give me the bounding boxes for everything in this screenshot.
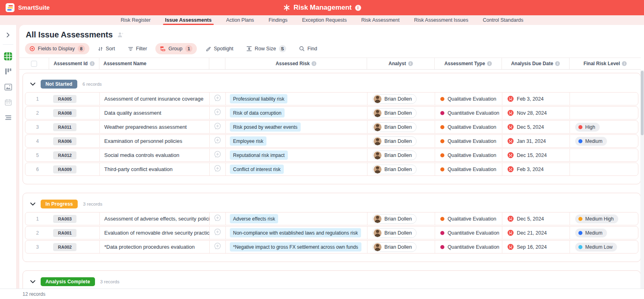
cell-assessment-id[interactable]: RA005 xyxy=(50,93,100,105)
group-button[interactable]: Group 1 xyxy=(155,43,197,54)
cell-final-risk-level[interactable] xyxy=(570,149,638,161)
cell-final-risk-level[interactable]: Medium xyxy=(570,135,638,147)
cell-analyst[interactable]: Brian Dollen xyxy=(367,163,435,175)
fields-to-display-button[interactable]: Fields to Display 8 xyxy=(25,43,89,54)
cell-analysis-due-date[interactable]: Sep 16, 2024 xyxy=(502,241,570,253)
cell-assessed-risk[interactable]: Non-compliance with established laws and… xyxy=(226,227,367,239)
cell-final-risk-level[interactable]: High xyxy=(570,121,638,133)
cell-analysis-due-date[interactable]: Feb 3, 2024 xyxy=(502,163,570,175)
cell-analyst[interactable]: Brian Dollen xyxy=(367,135,435,147)
table-row[interactable]: 2RA008Data quality assessmentRisk of dat… xyxy=(25,106,638,120)
cell-assessment-name[interactable]: Social media controls evaluation xyxy=(100,149,210,161)
open-record-button[interactable] xyxy=(214,242,221,252)
column-header-expand[interactable] xyxy=(209,58,225,69)
find-button[interactable]: Find xyxy=(295,44,322,54)
column-header-analysis-due-date[interactable]: Analysis Due Datei xyxy=(502,58,570,69)
kanban-view-icon[interactable] xyxy=(3,67,13,76)
select-all-checkbox[interactable] xyxy=(31,61,37,67)
cell-analysis-due-date[interactable]: Nov 28, 2024 xyxy=(502,107,570,119)
table-row[interactable]: 1RA005Assessment of current insurance co… xyxy=(25,92,638,105)
cell-assessment-name[interactable]: Third-party conflict evaluation xyxy=(100,163,210,175)
cell-assessment-name[interactable]: Evaluation of removable drive security p… xyxy=(100,227,210,239)
cell-analyst[interactable]: Brian Dollen xyxy=(367,149,435,161)
cell-assessment-type[interactable]: Qualitative Evaluation xyxy=(435,93,502,105)
cell-assessed-risk[interactable]: Adverse effects risk xyxy=(226,212,367,225)
cell-assessed-risk[interactable]: Conflict of interest risk xyxy=(226,163,367,175)
cell-final-risk-level[interactable] xyxy=(570,163,638,175)
cell-assessment-type[interactable]: Quantitative Evaluation xyxy=(435,241,502,253)
cell-assessed-risk[interactable]: Employee risk xyxy=(226,135,367,147)
solution-info-icon[interactable]: i xyxy=(355,5,361,11)
list-view-icon[interactable] xyxy=(3,113,13,122)
cell-analyst[interactable]: Brian Dollen xyxy=(367,93,435,105)
calendar-view-icon[interactable] xyxy=(3,97,13,107)
tab-risk-register[interactable]: Risk Register xyxy=(120,15,151,25)
cell-assessment-type[interactable]: Quantitative Evaluation xyxy=(435,107,502,119)
column-header-assessment-name[interactable]: Assessment Name xyxy=(99,58,209,69)
cell-analysis-due-date[interactable]: Dec 5, 2024 xyxy=(502,212,570,225)
cell-analysis-due-date[interactable]: Jan 31, 2024 xyxy=(502,135,570,147)
table-row[interactable]: 6RA009Third-party conflict evaluationCon… xyxy=(25,163,638,176)
open-record-button[interactable] xyxy=(214,94,221,103)
cell-analyst[interactable]: Brian Dollen xyxy=(367,227,435,239)
tab-issue-assessments[interactable]: Issue Assessments xyxy=(165,15,212,25)
column-header-final-risk-level[interactable]: Final Risk Leveli xyxy=(570,58,641,69)
cell-assessment-id[interactable]: RA006 xyxy=(50,135,100,147)
tab-control-standards[interactable]: Control Standards xyxy=(483,15,524,25)
open-record-button[interactable] xyxy=(214,136,221,146)
cell-assessment-id[interactable]: RA011 xyxy=(50,121,100,133)
brand[interactable]: SmartSuite xyxy=(6,3,50,12)
tab-risk-assessment-issues[interactable]: Risk Assessment Issues xyxy=(414,15,469,25)
column-header-assessment-type[interactable]: Assessment Typei xyxy=(435,58,502,69)
open-record-button[interactable] xyxy=(214,228,221,237)
cell-assessed-risk[interactable]: Risk posed by weather events xyxy=(226,121,367,133)
vertical-scrollbar[interactable] xyxy=(640,70,644,289)
chevron-down-icon[interactable] xyxy=(30,82,35,86)
cell-analyst[interactable]: Brian Dollen xyxy=(367,107,435,119)
table-row[interactable]: 5RA012Social media controls evaluationRe… xyxy=(25,148,638,162)
open-record-button[interactable] xyxy=(214,165,221,174)
cell-assessment-id[interactable]: RA009 xyxy=(50,163,100,175)
cell-final-risk-level[interactable] xyxy=(570,93,638,105)
cell-assessment-type[interactable]: Qualitative Evaluation xyxy=(435,149,502,161)
chart-view-icon[interactable] xyxy=(3,82,13,92)
spotlight-button[interactable]: Spotlight xyxy=(201,44,238,54)
cell-analysis-due-date[interactable]: Feb 3, 2024 xyxy=(502,93,570,105)
cell-assessed-risk[interactable]: Reputational risk impact xyxy=(226,149,367,161)
cell-assessment-name[interactable]: Weather preparedness assessment xyxy=(100,121,210,133)
grid-view-icon[interactable] xyxy=(3,52,13,61)
cell-analyst[interactable]: Brian Dollen xyxy=(367,121,435,133)
cell-assessment-type[interactable]: Qualitative Evaluation xyxy=(435,135,502,147)
cell-assessment-name[interactable]: Examination of personnel policies xyxy=(100,135,210,147)
cell-assessment-type[interactable]: Qualitative Evaluation xyxy=(435,212,502,225)
scrollbar-thumb[interactable] xyxy=(641,71,644,135)
table-row[interactable]: 3RA002*Data protection procedures evalua… xyxy=(25,240,638,254)
open-record-button[interactable] xyxy=(214,108,221,118)
table-row[interactable]: 1RA003Assessment of adverse effects, sec… xyxy=(25,212,638,225)
sort-button[interactable]: Sort xyxy=(93,44,120,54)
cell-assessment-id[interactable]: RA003 xyxy=(50,212,100,225)
cell-assessment-id[interactable]: RA001 xyxy=(50,227,100,239)
open-record-button[interactable] xyxy=(214,122,221,132)
cell-assessment-type[interactable]: Quantitative Evaluation xyxy=(435,227,502,239)
cell-final-risk-level[interactable] xyxy=(570,107,638,119)
open-record-button[interactable] xyxy=(214,214,221,223)
column-header-assessment-id[interactable]: Assessment Idi xyxy=(49,58,99,69)
cell-analysis-due-date[interactable]: Dec 5, 2024 xyxy=(502,121,570,133)
tab-action-plans[interactable]: Action Plans xyxy=(226,15,254,25)
cell-assessed-risk[interactable]: Professional liability risk xyxy=(226,93,367,105)
cell-assessment-name[interactable]: Assessment of adverse effects, security … xyxy=(100,212,210,225)
cell-analysis-due-date[interactable]: Dec 21, 2024 xyxy=(502,227,570,239)
column-header-select[interactable] xyxy=(19,58,49,69)
view-permissions-icon[interactable] xyxy=(117,32,124,38)
column-header-analyst[interactable]: Analysti xyxy=(367,58,435,69)
column-header-assessed-risk[interactable]: Assessed Riski xyxy=(225,58,367,69)
cell-analysis-due-date[interactable]: Dec 15, 2024 xyxy=(502,149,570,161)
tab-risk-assessment[interactable]: Risk Assessment xyxy=(361,15,400,25)
cell-assessment-name[interactable]: Data quality assessment xyxy=(100,107,210,119)
cell-analyst[interactable]: Brian Dollen xyxy=(367,212,435,225)
cell-assessment-name[interactable]: *Data protection procedures evaluation xyxy=(100,241,210,253)
tab-findings[interactable]: Findings xyxy=(268,15,288,25)
table-row[interactable]: 2RA001Evaluation of removable drive secu… xyxy=(25,226,638,239)
expand-sidebar-button[interactable] xyxy=(3,30,13,40)
